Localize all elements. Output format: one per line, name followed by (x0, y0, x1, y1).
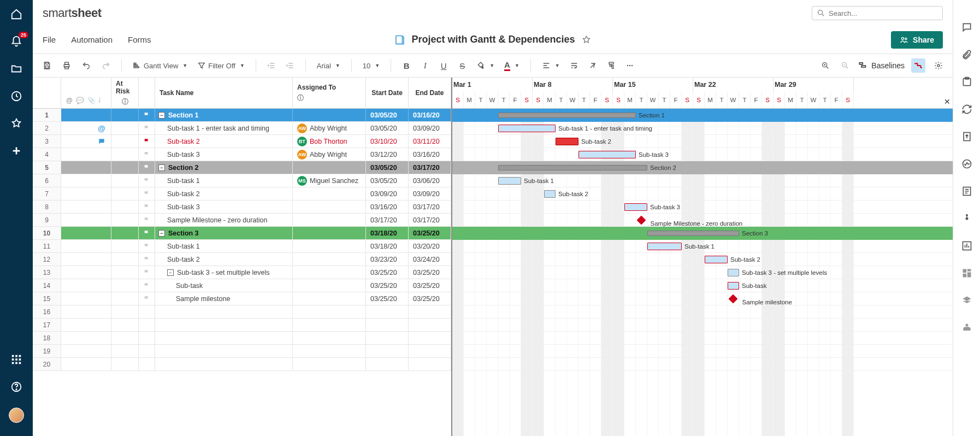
svg-point-32 (937, 64, 940, 67)
text-color-icon[interactable]: A▼ (502, 59, 522, 72)
table-row[interactable]: 8Sub-task 303/16/2003/17/20 (33, 201, 451, 214)
zoom-out-icon[interactable] (839, 59, 852, 72)
table-row[interactable]: 13−Sub-task 3 - set multiple levels03/25… (33, 266, 451, 279)
dashboard-icon[interactable] (961, 268, 972, 279)
table-row[interactable]: 18 (33, 332, 451, 345)
grid-pane: @💬📎i At Riskⓘ Task Name Assigned Toⓘ Sta… (33, 78, 452, 436)
clear-format-icon[interactable] (586, 59, 599, 72)
view-selector[interactable]: Gantt View▼ (131, 60, 190, 71)
sheet-icon (394, 34, 405, 45)
update-requests-icon[interactable] (961, 104, 972, 115)
italic-icon[interactable]: I (418, 59, 432, 72)
settings-icon[interactable] (932, 59, 945, 72)
recents-icon[interactable] (10, 90, 23, 103)
svg-rect-20 (65, 67, 69, 69)
notifications-icon[interactable]: 25 (10, 35, 23, 48)
help-icon[interactable] (10, 380, 23, 393)
table-row[interactable]: 17 (33, 319, 451, 332)
share-button[interactable]: Share (891, 31, 943, 49)
col-header-risk[interactable]: At Riskⓘ (111, 78, 139, 108)
table-row[interactable]: 12Sub-task 203/23/2003/24/20 (33, 253, 451, 266)
publish-icon[interactable] (961, 131, 972, 142)
folder-icon[interactable] (10, 62, 23, 75)
menu-file[interactable]: File (43, 35, 56, 44)
summary-icon[interactable] (961, 186, 972, 197)
table-row[interactable]: 10−Section 303/18/2003/25/20 (33, 227, 451, 240)
svg-point-38 (965, 217, 968, 220)
format-painter-icon[interactable] (605, 59, 618, 72)
strikethrough-icon[interactable]: S (456, 59, 469, 72)
apps-icon[interactable] (10, 353, 23, 366)
star-icon[interactable] (582, 35, 592, 45)
table-row[interactable]: 6Sub-task 1MSMiguel Sanchez03/05/2003/06… (33, 174, 451, 187)
add-icon[interactable] (10, 144, 23, 157)
table-row[interactable]: 2@Sub-task 1 - enter task and timingAWAb… (33, 122, 451, 135)
table-row[interactable]: 3Sub-task 2BTBob Thorton03/10/2003/11/20 (33, 135, 451, 148)
table-row[interactable]: 11Sub-task 103/18/2003/20/20 (33, 240, 451, 253)
table-row[interactable]: 4Sub-task 3AWAbby Wright03/12/2003/16/20 (33, 148, 451, 161)
underline-icon[interactable]: U (437, 59, 450, 72)
search-input[interactable] (829, 9, 938, 17)
menu-forms[interactable]: Forms (128, 35, 151, 44)
home-icon[interactable] (10, 8, 23, 21)
col-header-task[interactable]: Task Name (155, 78, 293, 108)
col-header-end[interactable]: End Date (409, 78, 451, 108)
favorites-icon[interactable] (10, 117, 23, 130)
col-header-start[interactable]: Start Date (366, 78, 409, 108)
svg-rect-31 (861, 66, 866, 67)
comments-panel-icon[interactable] (961, 22, 972, 33)
svg-rect-7 (12, 362, 14, 364)
font-selector[interactable]: Arial▼ (315, 61, 343, 71)
col-header-indicators[interactable]: @💬📎i (61, 78, 111, 108)
gantt-pane: Mar 1Mar 8Mar 15Mar 22Mar 29 SMTWTFSSMTW… (452, 78, 953, 436)
workapps-icon[interactable] (961, 295, 972, 306)
undo-icon[interactable] (80, 59, 93, 72)
table-row[interactable]: 15Sample milestone03/25/2003/25/20 (33, 292, 451, 305)
critical-path-icon[interactable] (911, 58, 925, 73)
svg-rect-19 (65, 62, 69, 64)
redo-icon[interactable] (99, 59, 113, 72)
col-header-assigned[interactable]: Assigned Toⓘ (293, 78, 366, 108)
table-row[interactable]: 14Sub-task03/25/2003/25/20 (33, 279, 451, 292)
table-row[interactable]: 9Sample Milestone - zero duration03/17/2… (33, 214, 451, 227)
baselines-button[interactable]: Baselines (858, 61, 905, 70)
brandfolder-icon[interactable] (961, 213, 972, 224)
toolbar: Gantt View▼ Filter Off▼ Arial▼ 10▼ B I U… (33, 54, 953, 78)
menu-automation[interactable]: Automation (71, 35, 113, 44)
bold-icon[interactable]: B (400, 59, 413, 72)
table-row[interactable]: 20 (33, 358, 451, 371)
attachments-panel-icon[interactable] (961, 49, 972, 60)
more-icon[interactable] (623, 59, 636, 72)
fill-color-icon[interactable]: ▼ (474, 60, 497, 71)
zoom-in-icon[interactable] (819, 59, 832, 72)
table-row[interactable]: 5−Section 203/05/2003/17/20 (33, 161, 451, 174)
chart-icon[interactable] (961, 240, 972, 251)
table-row[interactable]: 7Sub-task 203/09/2003/09/20 (33, 187, 451, 201)
print-icon[interactable] (60, 59, 73, 72)
activity-log-icon[interactable] (961, 158, 972, 169)
search-box[interactable] (812, 6, 943, 20)
col-header-rownum (33, 78, 61, 108)
filter-selector[interactable]: Filter Off▼ (195, 60, 247, 71)
table-row[interactable]: 1−Section 103/05/2003/16/20 (33, 109, 451, 122)
svg-rect-42 (967, 272, 971, 277)
outdent-icon[interactable] (265, 59, 278, 72)
wrap-icon[interactable] (568, 59, 581, 72)
table-row[interactable]: 16 (33, 305, 451, 319)
close-gantt-icon[interactable]: ✕ (944, 97, 951, 106)
svg-rect-5 (15, 358, 17, 361)
indent-icon[interactable] (284, 59, 297, 72)
svg-point-25 (627, 65, 628, 66)
svg-rect-3 (19, 355, 21, 357)
notification-badge: 25 (19, 32, 28, 38)
font-size-selector[interactable]: 10▼ (361, 61, 382, 71)
align-icon[interactable]: ▼ (540, 60, 562, 71)
svg-rect-43 (963, 274, 966, 278)
user-avatar[interactable] (9, 408, 24, 423)
svg-rect-21 (134, 63, 136, 64)
save-icon[interactable] (40, 59, 54, 72)
proofs-panel-icon[interactable] (961, 76, 972, 87)
col-header-flag[interactable] (139, 78, 155, 108)
resource-mgmt-icon[interactable] (961, 322, 972, 333)
table-row[interactable]: 19 (33, 345, 451, 358)
